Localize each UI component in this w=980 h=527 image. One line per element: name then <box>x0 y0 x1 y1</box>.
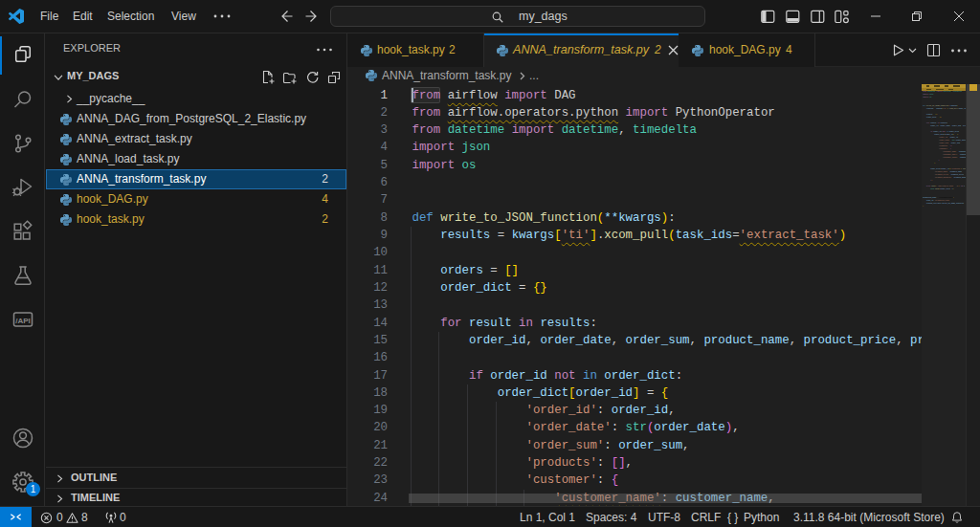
svg-text:/API: /API <box>15 317 31 325</box>
